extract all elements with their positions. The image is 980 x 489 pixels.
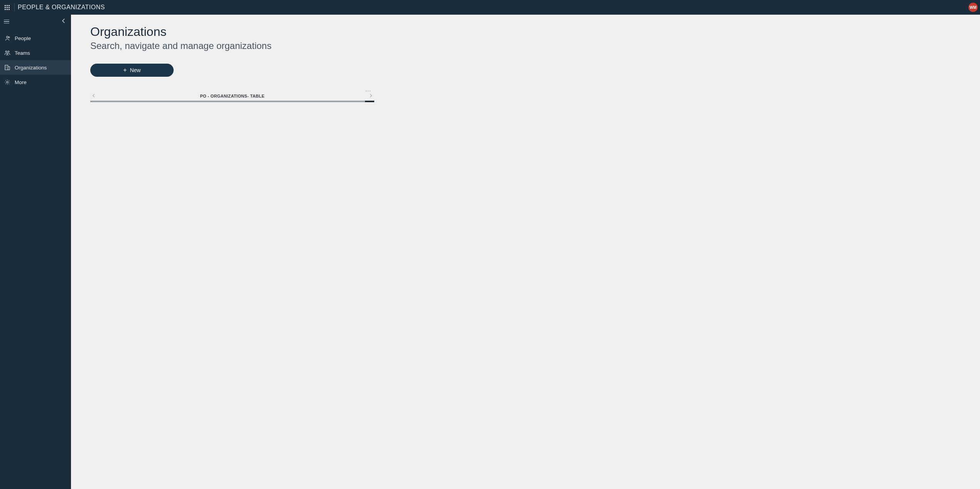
sidebar-item-people[interactable]: People <box>0 31 71 46</box>
tab-label: PO - ORGANIZATIONS- TABLE <box>200 94 264 98</box>
gear-icon <box>4 79 11 86</box>
main-content: Organizations Search, navigate and manag… <box>71 15 980 489</box>
tab[interactable]: PO - ORGANIZATIONS- TABLE <box>97 92 367 99</box>
page-title: Organizations <box>90 25 961 39</box>
page-subtitle: Search, navigate and manage organization… <box>90 40 961 51</box>
plus-icon: + <box>123 67 127 73</box>
sidebar-item-organizations[interactable]: Organizations <box>0 60 71 75</box>
tab-next-button[interactable] <box>367 92 374 99</box>
app-title: PEOPLE & ORGANIZATIONS <box>18 4 105 11</box>
more-options-icon[interactable]: … <box>365 86 372 93</box>
svg-point-4 <box>7 53 8 54</box>
svg-rect-6 <box>8 67 10 70</box>
svg-point-2 <box>5 51 7 52</box>
svg-point-3 <box>8 51 9 52</box>
people-icon <box>4 35 11 42</box>
sidebar-item-more[interactable]: More <box>0 75 71 89</box>
organizations-icon <box>4 64 11 71</box>
sidebar-top <box>0 15 71 29</box>
app-frame: People Teams <box>0 15 980 489</box>
title-bar: PEOPLE & ORGANIZATIONS WM <box>0 0 980 15</box>
tab-underline-active <box>365 101 374 102</box>
teams-icon <box>4 49 11 56</box>
hamburger-icon[interactable] <box>4 20 9 24</box>
tab-prev-button[interactable] <box>90 92 97 99</box>
svg-point-0 <box>7 36 8 38</box>
sidebar-item-label: Organizations <box>15 65 47 71</box>
page-card: Organizations Search, navigate and manag… <box>74 19 977 108</box>
sidebar-nav: People Teams <box>0 31 71 89</box>
svg-rect-5 <box>5 65 8 70</box>
tabs-bar: … PO - ORGANIZATIONS- TABLE <box>90 91 374 102</box>
tabs-row: PO - ORGANIZATIONS- TABLE <box>90 91 374 101</box>
tab-underline <box>90 101 374 102</box>
sidebar-item-label: More <box>15 79 27 85</box>
avatar-initials: WM <box>970 5 977 10</box>
sidebar-item-label: People <box>15 35 31 41</box>
user-avatar[interactable]: WM <box>968 3 978 12</box>
sidebar-item-label: Teams <box>15 50 30 56</box>
svg-point-7 <box>7 81 8 83</box>
sidebar-item-teams[interactable]: Teams <box>0 46 71 60</box>
svg-point-1 <box>8 37 10 38</box>
new-button[interactable]: + New <box>90 64 174 77</box>
back-button[interactable] <box>60 17 67 26</box>
sidebar: People Teams <box>0 15 71 489</box>
app-launcher-icon[interactable] <box>3 3 11 12</box>
new-button-label: New <box>130 67 141 73</box>
separator <box>14 3 15 12</box>
